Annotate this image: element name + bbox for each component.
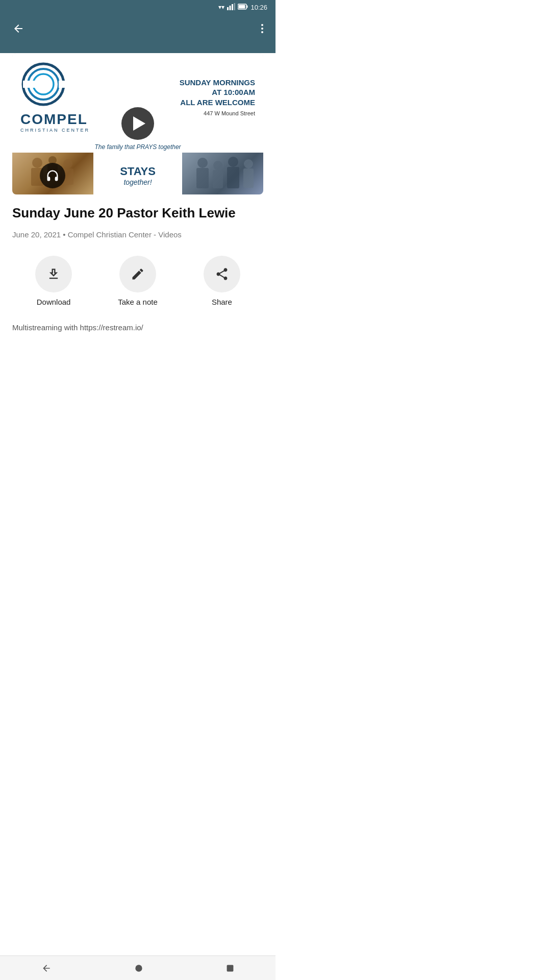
video-date: June 20, 2021 bbox=[12, 230, 61, 239]
share-label: Share bbox=[212, 298, 232, 306]
svg-rect-11 bbox=[59, 81, 66, 88]
svg-rect-2 bbox=[232, 4, 233, 10]
address-text: 447 W Mound Street bbox=[204, 110, 255, 116]
svg-rect-25 bbox=[243, 168, 254, 188]
compel-logo: COMPEL CHRISTIAN CENTER bbox=[20, 111, 90, 133]
svg-point-18 bbox=[197, 158, 208, 168]
svg-point-24 bbox=[244, 159, 253, 168]
svg-point-22 bbox=[228, 157, 238, 167]
video-meta: June 20, 2021 • Compel Christian Center … bbox=[12, 229, 263, 241]
svg-rect-5 bbox=[247, 5, 248, 8]
meta-separator: • bbox=[63, 230, 67, 239]
video-description: Multistreaming with https://restream.io/ bbox=[12, 322, 263, 334]
tagline-text: The family that PRAYS together bbox=[12, 141, 263, 153]
share-circle bbox=[204, 256, 240, 292]
take-note-action[interactable]: Take a note bbox=[118, 256, 158, 306]
download-label: Download bbox=[37, 298, 71, 306]
svg-rect-3 bbox=[234, 3, 236, 10]
stays-text: STAYS bbox=[120, 165, 156, 178]
wifi-icon: ▾▾ bbox=[218, 4, 224, 11]
svg-rect-0 bbox=[227, 7, 229, 10]
thumbnail-bottom: STAYS together! bbox=[12, 153, 263, 194]
logo-svg bbox=[20, 61, 66, 109]
share-action[interactable]: Share bbox=[204, 256, 240, 306]
svg-point-16 bbox=[63, 159, 72, 168]
compel-text: COMPEL bbox=[20, 111, 88, 128]
svg-point-12 bbox=[32, 158, 42, 168]
svg-rect-6 bbox=[239, 5, 245, 8]
logo-area: COMPEL CHRISTIAN CENTER bbox=[20, 61, 135, 133]
together-text: together! bbox=[123, 178, 152, 186]
action-row: Download Take a note Share bbox=[12, 256, 263, 306]
signal-icon bbox=[227, 3, 235, 12]
svg-rect-19 bbox=[196, 168, 209, 188]
play-triangle-icon bbox=[133, 116, 145, 131]
svg-rect-23 bbox=[227, 167, 239, 188]
back-button[interactable] bbox=[8, 18, 29, 39]
video-thumbnail-container: COMPEL CHRISTIAN CENTER SUNDAY MORNINGSA… bbox=[12, 53, 263, 194]
bottom-right-image bbox=[182, 153, 263, 194]
take-note-label: Take a note bbox=[118, 298, 158, 306]
play-button[interactable] bbox=[121, 107, 154, 140]
sunday-mornings-text: SUNDAY MORNINGSAT 10:00AMALL ARE WELCOME bbox=[180, 78, 255, 108]
video-channel: Compel Christian Center - Videos bbox=[68, 230, 182, 239]
headphone-icon bbox=[40, 163, 65, 188]
download-action[interactable]: Download bbox=[35, 256, 72, 306]
bottom-left-image bbox=[12, 153, 93, 194]
status-bar: ▾▾ 10:26 bbox=[0, 0, 276, 14]
video-title: Sunday June 20 Pastor Keith Lewie bbox=[12, 205, 263, 222]
nav-spacer bbox=[0, 43, 276, 53]
svg-rect-10 bbox=[23, 81, 46, 88]
status-icons: ▾▾ 10:26 bbox=[218, 3, 267, 12]
nav-bar bbox=[0, 14, 276, 43]
more-options-button[interactable] bbox=[257, 20, 267, 37]
content-area: Sunday June 20 Pastor Keith Lewie June 2… bbox=[0, 194, 276, 344]
status-time: 10:26 bbox=[251, 4, 267, 11]
family-photo-right bbox=[182, 153, 263, 194]
bottom-center-text: STAYS together! bbox=[93, 153, 183, 194]
svg-rect-21 bbox=[213, 170, 223, 188]
download-circle bbox=[35, 256, 72, 292]
take-note-circle bbox=[119, 256, 156, 292]
christian-center-text: CHRISTIAN CENTER bbox=[20, 128, 90, 133]
svg-rect-1 bbox=[230, 6, 231, 10]
battery-icon bbox=[238, 4, 248, 11]
svg-point-20 bbox=[213, 161, 222, 170]
right-text-area: SUNDAY MORNINGSAT 10:00AMALL ARE WELCOME… bbox=[140, 61, 255, 133]
